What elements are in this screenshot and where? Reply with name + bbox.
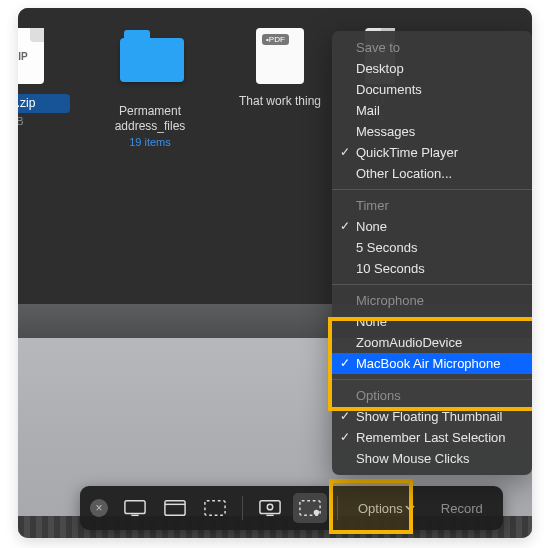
- menu-item-timer-none[interactable]: ✓None: [332, 216, 532, 237]
- svg-rect-0: [125, 501, 145, 514]
- options-button[interactable]: Options: [358, 501, 415, 516]
- zip-icon: ZIP: [18, 28, 44, 84]
- record-selection-button[interactable]: [293, 493, 327, 523]
- menu-item-other-location[interactable]: Other Location...: [332, 163, 532, 184]
- close-button[interactable]: ×: [90, 499, 108, 517]
- screenshot-toolbar: × Options Record: [80, 486, 503, 530]
- checkmark-icon: ✓: [340, 145, 350, 159]
- separator: [337, 496, 338, 520]
- menu-header-timer: Timer: [332, 195, 532, 216]
- file-name: Permament address_files: [100, 104, 200, 134]
- folder-icon: [120, 38, 184, 82]
- capture-window-button[interactable]: [158, 493, 192, 523]
- options-label: Options: [358, 501, 403, 516]
- menu-item-desktop[interactable]: Desktop: [332, 58, 532, 79]
- record-selection-icon: [299, 499, 321, 517]
- chevron-down-icon: [405, 503, 415, 513]
- desktop-file-pdf[interactable]: •PDF That work thing: [230, 28, 330, 338]
- selection-icon: [204, 499, 226, 517]
- file-meta: 19 items: [100, 136, 200, 148]
- record-label: Record: [441, 501, 483, 516]
- record-button[interactable]: Record: [441, 501, 483, 516]
- file-name: ss.zip: [18, 94, 70, 113]
- svg-rect-2: [165, 501, 185, 516]
- options-menu: Save to Desktop Documents Mail Messages …: [332, 31, 532, 475]
- menu-separator: [332, 284, 532, 285]
- menu-header-save-to: Save to: [332, 37, 532, 58]
- checkmark-icon: ✓: [340, 430, 350, 444]
- record-entire-screen-button[interactable]: [253, 493, 287, 523]
- desktop-folder[interactable]: Permament address_files 19 items: [100, 28, 200, 338]
- separator: [242, 496, 243, 520]
- checkmark-icon: ✓: [340, 219, 350, 233]
- svg-point-9: [314, 510, 320, 515]
- file-name: That work thing: [230, 94, 330, 109]
- menu-item-timer-5s[interactable]: 5 Seconds: [332, 237, 532, 258]
- capture-entire-screen-button[interactable]: [118, 493, 152, 523]
- svg-rect-4: [205, 501, 225, 516]
- menu-item-mic-macbook[interactable]: ✓MacBook Air Microphone: [332, 353, 532, 374]
- svg-point-6: [267, 504, 273, 510]
- menu-item-timer-10s[interactable]: 10 Seconds: [332, 258, 532, 279]
- desktop-file-zip-1[interactable]: ZIP ss.zip B: [18, 28, 70, 338]
- pdf-icon: •PDF: [256, 28, 304, 84]
- menu-item-remember-selection[interactable]: ✓Remember Last Selection: [332, 427, 532, 448]
- checkmark-icon: ✓: [340, 409, 350, 423]
- menu-separator: [332, 379, 532, 380]
- finder-desktop-background: ZIP ss.zip B Permament address_files 19 …: [18, 8, 532, 538]
- menu-header-options: Options: [332, 385, 532, 406]
- window-icon: [164, 499, 186, 517]
- menu-item-floating-thumb[interactable]: ✓Show Floating Thumbnail: [332, 406, 532, 427]
- menu-item-mic-zoom[interactable]: ZoomAudioDevice: [332, 332, 532, 353]
- svg-rect-5: [260, 501, 280, 514]
- menu-item-mic-none[interactable]: None: [332, 311, 532, 332]
- menu-item-messages[interactable]: Messages: [332, 121, 532, 142]
- menu-item-documents[interactable]: Documents: [332, 79, 532, 100]
- menu-separator: [332, 189, 532, 190]
- menu-item-quicktime[interactable]: ✓QuickTime Player: [332, 142, 532, 163]
- capture-selection-button[interactable]: [198, 493, 232, 523]
- file-meta: B: [18, 115, 70, 127]
- record-screen-icon: [259, 499, 281, 517]
- menu-header-microphone: Microphone: [332, 290, 532, 311]
- screen-icon: [124, 499, 146, 517]
- checkmark-icon: ✓: [340, 356, 350, 370]
- menu-item-mouse-clicks[interactable]: Show Mouse Clicks: [332, 448, 532, 469]
- menu-item-mail[interactable]: Mail: [332, 100, 532, 121]
